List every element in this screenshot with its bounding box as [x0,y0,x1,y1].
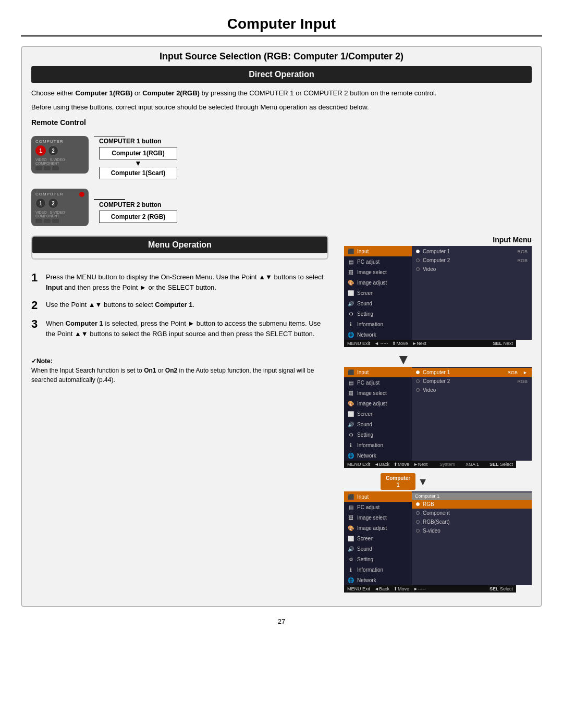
osd2-item-screen: ⬜Screen [344,409,412,419]
osd1-item-input: ⬛Input [344,246,412,256]
osd1-left-panel: ⬛Input ▤PC adjust 🖼Image select 🎨Image a… [344,246,412,340]
osd2-right-comp1: Computer 1 RGB ► [412,368,532,377]
small-btn-1 [35,166,42,170]
osd2-menu-exit: MENU Exit [347,462,370,467]
osd3-info-icon: ℹ [347,566,354,573]
remote-diagram-computer2: COMPUTER 1 2 VIDEO S-VIDEO COMPONENT COM [31,189,532,226]
osd2-right-video: Video [412,386,532,394]
sound-icon: 🔊 [347,300,354,307]
osd3-wrapper: ⬛Input ▤PC adjust 🖼Image select 🎨Image a… [344,491,532,585]
osd2-status-bar: MENU Exit ◄Back ⬆Move ►Next System XGA 1… [344,461,516,468]
osd3-header-comp1: Computer 1 [412,492,532,500]
osd3-item-pc: ▤PC adjust [344,502,412,512]
osd2-sel: SEL Select [489,462,513,467]
osd1-item-info: ℹInformation [344,319,412,329]
computer1-badge: Computer1 [381,473,415,490]
osd2-item-info: ℹInformation [344,440,412,450]
osd1-comp2-label: Computer 2 [423,257,450,263]
osd3-right-rgbscart: RGB(Scart) [412,517,532,526]
seq-computer1-rgb: Computer 1(RGB) [99,147,177,159]
direct-op-body2: Before using these buttons, correct inpu… [31,102,532,113]
osd2-input-icon: ⬛ [347,368,354,376]
osd-screenshot-2: ⬛Input ▤PC adjust 🖼Image select 🎨Image a… [344,367,532,468]
osd3-imgadj-icon: 🎨 [347,524,354,532]
osd3-item-screen: ⬜Screen [344,533,412,544]
osd2-comp1-label: Computer 1 [423,369,450,375]
btn-1: 1 [35,145,46,156]
step-3-text: When Computer 1 is selected, press the P… [46,318,328,339]
osd3-menu-exit: MENU Exit [347,586,370,591]
osd1-next: ►Next [412,341,426,346]
badge-arrow: ▼ [418,476,428,488]
osd3-move: ⬆Move [394,586,409,591]
osd3-left-panel: ⬛Input ▤PC adjust 🖼Image select 🎨Image a… [344,491,412,585]
osd3-status-right: SEL Select [489,586,513,591]
osd3-status-left: MENU Exit ◄Back ⬆Move ►----- [347,586,426,591]
steps-area: 1 Press the MENU button to display the O… [31,267,328,351]
osd3-next: ►----- [413,586,426,591]
remote-control-label: Remote Control [31,118,532,127]
osd3-status-bar: MENU Exit ◄Back ⬆Move ►----- SEL Select [344,585,516,593]
page-title: Computer Input [21,10,542,36]
osd-screenshot-3: ⬛Input ▤PC adjust 🖼Image select 🎨Image a… [344,491,532,593]
menu-operation-box: Menu Operation [31,236,328,260]
osd2-system-label: System [439,462,455,467]
osd2-pc-icon: ▤ [347,379,354,386]
osd2-item-imgadj: 🎨Image adjust [344,398,412,409]
step-2-text: Use the Point ▲▼ buttons to select Compu… [46,300,194,310]
direct-op-body1: Choose either Computer 1(RGB) or Compute… [31,88,532,99]
osd2-item-pc: ▤PC adjust [344,377,412,388]
seq-arrow-1: ▼ [99,159,177,167]
note-text: When the Input Search function is set to… [31,367,314,384]
osd3-sound-icon: 🔊 [347,545,354,552]
osd2-item-imgsel: 🖼Image select [344,388,412,398]
osd1-move: ⬆Move [392,341,408,346]
osd2-move: ⬆Move [394,462,409,467]
remote-diagram-computer1: COMPUTER 1 2 VIDEO S-VIDEO COMPONENT COM [31,131,532,180]
osd2-comp2-sub: RGB [517,379,528,384]
step-2-num: 2 [31,300,42,311]
osd2-wrapper: ⬛Input ▤PC adjust 🖼Image select 🎨Image a… [344,367,532,461]
osd2-right-panel: Computer 1 RGB ► Computer 2 RGB [412,367,532,461]
remote-control-section: Remote Control COMPUTER 1 2 VIDEO S-VIDE… [31,118,532,227]
input-source-section: Input Source Selection (RGB: Computer 1/… [21,46,542,607]
osd2-network-icon: 🌐 [347,452,354,459]
btn-1-2: 1 [35,198,46,208]
osd3-item-imgsel: 🖼Image select [344,512,412,523]
osd3-rgb-label: RGB [423,501,434,507]
note-title: ✓Note: [31,357,53,365]
input-icon: ⬛ [347,248,354,255]
osd1-right-panel: Computer 1 RGB Computer 2 RGB Video [412,246,532,340]
osd2-next: ►Next [413,462,427,467]
pc-icon: ▤ [347,258,354,265]
page-number: 27 [21,618,542,625]
osd2-setting-icon: ⚙ [347,431,354,438]
small-btn-3 [52,166,59,170]
osd3-right-rgb: RGB [412,500,532,509]
osd1-comp2-sub: RGB [517,258,528,263]
osd3-item-imgadj: 🎨Image adjust [344,523,412,533]
osd2-comp1-sub: RGB [508,370,518,375]
osd3-right-svideo: S-video [412,526,532,535]
osd1-menu-exit: MENU Exit [347,341,370,346]
osd1-item-setting: ⚙Setting [344,309,412,319]
osd3-back: ◄Back [374,586,389,591]
osd2-back: ◄Back [374,462,389,467]
menu-operation-header: Menu Operation [32,237,327,253]
osd2-comp2-label: Computer 2 [423,378,450,384]
small-btn-6 [52,219,59,223]
seq-computer1-scart: Computer 1(Scart) [99,167,177,179]
osd1-status-right: SEL Next [493,341,513,346]
osd1-status-left: MENU Exit ◄ ----- ⬆Move ►Next [347,341,426,346]
seq-computer2-rgb: Computer 2 (RGB) [99,211,177,223]
note-box: ✓Note: When the Input Search function is… [31,356,328,385]
setting-icon: ⚙ [347,310,354,317]
step-1-text: Press the MENU button to display the On-… [46,272,328,292]
small-btn-2 [44,166,51,170]
osd1-wrapper: ⬛Input ▤PC adjust 🖼Image select 🎨Image a… [344,246,532,340]
osd2-item-sound: 🔊Sound [344,419,412,429]
computer2-btn-label: COMPUTER 2 button [99,201,161,208]
osd1-comp1-label: Computer 1 [423,249,450,254]
osd3-rgbscart-label: RGB(Scart) [423,519,450,525]
input-menu-label: Input Menu [344,236,532,244]
